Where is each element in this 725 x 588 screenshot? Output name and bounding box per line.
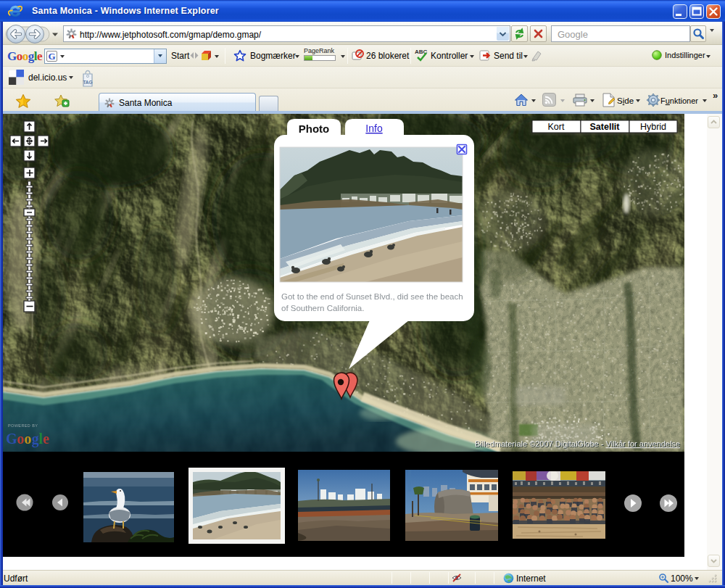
svg-text:Photo: Photo	[299, 123, 330, 135]
svg-text:TAG: TAG	[83, 80, 92, 85]
svg-text:Satellit: Satellit	[590, 122, 621, 132]
svg-text:Hybrid: Hybrid	[640, 122, 666, 132]
svg-text:POWERED BY: POWERED BY	[8, 423, 38, 428]
svg-text:Got to the end of Sunset Blvd.: Got to the end of Sunset Blvd., did see …	[281, 292, 463, 301]
svg-text:Info: Info	[365, 123, 383, 134]
svg-text:Billedmateriale ©2007 DigitalG: Billedmateriale ©2007 DigitalGlobe - Vil…	[475, 439, 680, 448]
svg-text:of Southern California.: of Southern California.	[281, 304, 364, 312]
svg-text:Kort: Kort	[548, 122, 565, 132]
svg-text:Google: Google	[6, 431, 49, 447]
